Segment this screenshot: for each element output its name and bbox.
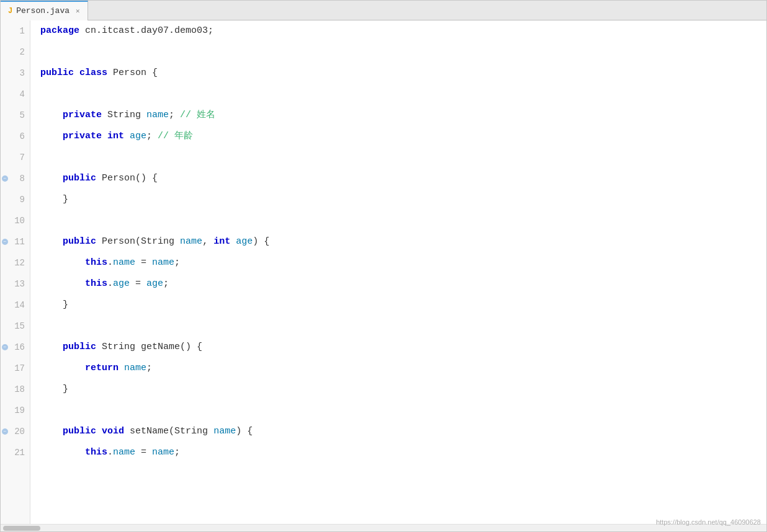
line-number: 10 bbox=[1, 210, 30, 231]
token-kw: private bbox=[63, 126, 102, 147]
token-type: int bbox=[107, 126, 124, 147]
token-plain bbox=[141, 105, 146, 126]
token-plain: ; bbox=[169, 105, 180, 126]
fold-indicator[interactable]: − bbox=[2, 175, 8, 182]
token-var: name bbox=[146, 105, 169, 126]
token-kw: this bbox=[85, 442, 107, 463]
token-plain bbox=[40, 442, 85, 463]
token-plain: } bbox=[40, 189, 68, 210]
token-plain: ) { bbox=[236, 421, 253, 442]
token-comment: // 姓名 bbox=[180, 105, 215, 126]
token-cn: Person bbox=[113, 63, 146, 84]
code-line: package cn.itcast.day07.demo03; bbox=[40, 20, 766, 42]
token-kw: public bbox=[63, 231, 96, 252]
code-line: this.name = name; bbox=[40, 252, 766, 273]
token-cn: String bbox=[174, 421, 208, 442]
token-plain: ( bbox=[135, 231, 141, 252]
token-plain: } bbox=[40, 295, 68, 316]
line-number: 1 bbox=[1, 20, 30, 42]
token-plain bbox=[135, 337, 141, 358]
line-number: −16 bbox=[1, 337, 30, 358]
fold-indicator[interactable]: − bbox=[2, 344, 8, 350]
token-plain bbox=[124, 126, 130, 147]
token-plain: ; bbox=[163, 273, 169, 295]
line-number: 12 bbox=[1, 252, 30, 273]
line-number: 15 bbox=[1, 316, 30, 337]
line-numbers: 1234567−8910−1112131415−16171819−2021 bbox=[1, 20, 30, 524]
token-plain: () { bbox=[180, 337, 202, 358]
java-file-icon: J bbox=[8, 7, 12, 16]
token-plain bbox=[230, 231, 236, 252]
token-plain: = bbox=[135, 252, 152, 273]
line-number: 3 bbox=[1, 63, 30, 84]
fold-indicator[interactable]: − bbox=[2, 239, 8, 245]
token-plain bbox=[208, 421, 213, 442]
token-type: int bbox=[213, 231, 230, 252]
code-line: } bbox=[40, 189, 766, 210]
token-plain bbox=[40, 168, 63, 189]
token-plain bbox=[74, 63, 79, 84]
token-method: getName bbox=[141, 337, 180, 358]
tab-bar: J Person.java ✕ bbox=[1, 1, 766, 20]
code-area: 1234567−8910−1112131415−16171819−2021 pa… bbox=[1, 20, 766, 524]
token-var: name bbox=[213, 421, 236, 442]
token-var: name bbox=[152, 252, 174, 273]
token-plain bbox=[96, 168, 102, 189]
line-number: −20 bbox=[1, 421, 30, 442]
token-method: setName bbox=[130, 421, 169, 442]
code-line: private String name; // 姓名 bbox=[40, 105, 766, 126]
token-plain: , bbox=[202, 231, 213, 252]
code-line: } bbox=[40, 295, 766, 316]
token-cn: String bbox=[141, 231, 174, 252]
code-line: public class Person { bbox=[40, 63, 766, 84]
tab-close-button[interactable]: ✕ bbox=[76, 7, 80, 15]
token-plain: . bbox=[107, 442, 113, 463]
token-plain: . bbox=[107, 273, 113, 295]
token-var: age bbox=[146, 273, 163, 295]
token-plain bbox=[40, 105, 63, 126]
token-cn: String bbox=[107, 105, 141, 126]
fold-indicator[interactable]: − bbox=[2, 428, 8, 435]
line-number: 9 bbox=[1, 189, 30, 210]
token-var: name bbox=[113, 252, 135, 273]
token-plain: ; bbox=[146, 126, 158, 147]
file-tab[interactable]: J Person.java ✕ bbox=[1, 1, 88, 20]
token-comment: // 年龄 bbox=[158, 126, 193, 147]
token-cn: String bbox=[102, 337, 135, 358]
token-plain: = bbox=[135, 442, 152, 463]
scrollbar-thumb[interactable] bbox=[3, 526, 40, 531]
token-plain bbox=[96, 337, 102, 358]
code-line bbox=[40, 316, 766, 337]
token-plain bbox=[119, 358, 124, 379]
token-var: name bbox=[180, 231, 202, 252]
code-line: public void setName(String name) { bbox=[40, 421, 766, 442]
token-cn: Person bbox=[102, 168, 135, 189]
token-plain bbox=[40, 337, 63, 358]
code-line: public Person(String name, int age) { bbox=[40, 231, 766, 252]
token-plain: ; bbox=[174, 442, 180, 463]
code-line: private int age; // 年龄 bbox=[40, 126, 766, 147]
token-plain: ; bbox=[146, 358, 152, 379]
line-number: 17 bbox=[1, 358, 30, 379]
token-var: name bbox=[124, 358, 146, 379]
line-number: 13 bbox=[1, 273, 30, 295]
line-number: −11 bbox=[1, 231, 30, 252]
token-plain bbox=[40, 358, 85, 379]
code-line: this.age = age; bbox=[40, 273, 766, 295]
code-content[interactable]: package cn.itcast.day07.demo03;public cl… bbox=[30, 20, 766, 524]
token-var: age bbox=[113, 273, 130, 295]
token-type: void bbox=[102, 421, 124, 442]
token-plain: ( bbox=[169, 421, 174, 442]
tab-filename: Person.java bbox=[16, 6, 70, 16]
token-cn: Person bbox=[102, 231, 135, 252]
code-line bbox=[40, 210, 766, 231]
code-line bbox=[40, 400, 766, 421]
token-plain bbox=[96, 421, 102, 442]
token-plain bbox=[40, 252, 85, 273]
horizontal-scrollbar[interactable] bbox=[1, 524, 766, 531]
code-line: } bbox=[40, 379, 766, 400]
token-kw: return bbox=[85, 358, 119, 379]
token-kw: public bbox=[63, 168, 96, 189]
token-plain bbox=[102, 126, 107, 147]
token-plain bbox=[107, 63, 113, 84]
